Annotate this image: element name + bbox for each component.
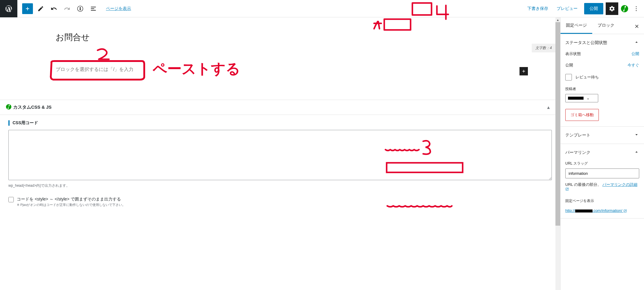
move-to-trash-button[interactable]: ゴミ箱へ移動 (565, 109, 599, 121)
preview-button[interactable]: プレビュー (552, 3, 582, 14)
slug-help-text: URL の最後の部分。 (565, 182, 602, 187)
external-link-icon (565, 187, 569, 192)
svg-point-4 (636, 8, 637, 9)
svg-point-5 (636, 10, 637, 11)
permalink-panel-title: パーマリンク (565, 150, 590, 155)
metabox-title: カスタムCSS & JS (13, 104, 51, 110)
pending-review-checkbox[interactable] (565, 74, 572, 81)
settings-sidebar: 固定ページ ブロック ステータスと公開状態 表示状態 公開 公開 (560, 17, 644, 290)
svg-point-2 (621, 5, 628, 12)
outline-button[interactable] (88, 3, 99, 14)
raw-output-checkbox[interactable] (8, 197, 14, 202)
publish-label: 公開 (565, 63, 573, 68)
css-help-text: wp_head(<head>内)で出力されます。 (8, 183, 552, 188)
pending-review-row[interactable]: レビュー待ち (565, 74, 639, 81)
status-panel-header[interactable]: ステータスと公開状態 (561, 34, 644, 51)
permalink-panel-body: URL スラッグ URL の最後の部分。 パーマリンクの詳細 固定ページを表示 … (561, 161, 644, 218)
author-select[interactable]: ⌄ (565, 94, 598, 102)
settings-button[interactable] (606, 2, 618, 15)
visibility-label: 表示状態 (565, 51, 581, 57)
publish-button[interactable]: 公開 (584, 3, 603, 14)
status-panel: ステータスと公開状態 表示状態 公開 公開 今すぐ レビュー待ち 投 (561, 34, 644, 127)
permalink-url[interactable]: http://.com/information/ (565, 208, 639, 213)
publish-value[interactable]: 今すぐ (628, 63, 639, 68)
raw-output-note: ※ Pjaxがオンの時はコードが正常に動作しないので使用しないで下さい。 (17, 203, 125, 207)
pending-review-label: レビュー待ち (575, 75, 599, 80)
view-page-label: 固定ページを表示 (565, 198, 639, 204)
author-label: 投稿者 (565, 86, 639, 92)
status-panel-body: 表示状態 公開 公開 今すぐ レビュー待ち 投稿者 ⌄ ゴミ箱へ移動 (561, 51, 644, 126)
chevron-up-icon (634, 149, 639, 156)
url-slug-label: URL スラッグ (565, 161, 639, 166)
raw-output-row: コードを <style> ～ </style> で囲まずそのまま出力する ※ P… (8, 197, 552, 207)
metabox-header[interactable]: カスタムCSS & JS ▲ (0, 100, 560, 115)
publish-row: 公開 今すぐ (565, 63, 639, 68)
chevron-down-icon (634, 132, 639, 138)
visibility-value[interactable]: 公開 (631, 51, 639, 57)
svg-rect-1 (80, 8, 80, 10)
tab-block[interactable]: ブロック (592, 17, 620, 34)
undo-button[interactable] (48, 3, 59, 14)
permalink-panel: パーマリンク URL スラッグ URL の最後の部分。 パーマリンクの詳細 固定… (561, 144, 644, 218)
svg-point-0 (80, 7, 80, 8)
status-panel-title: ステータスと公開状態 (565, 40, 607, 45)
jetpack-icon (6, 104, 11, 110)
css-code-label: CSS用コード (8, 120, 552, 126)
save-draft-button[interactable]: 下書き保存 (523, 3, 552, 14)
sidebar-tabs: 固定ページ ブロック (561, 17, 644, 34)
editor-column: 文字数：4 お問合せ ブロックを選択するには「/」を入力 カスタムCSS & J… (0, 17, 560, 290)
permalink-panel-header[interactable]: パーマリンク (561, 144, 644, 161)
editor-scrollbar[interactable]: ▲ (555, 17, 560, 290)
css-code-textarea[interactable] (8, 130, 552, 180)
svg-point-3 (636, 6, 637, 7)
slug-help-row: URL の最後の部分。 パーマリンクの詳細 (565, 182, 639, 192)
visibility-row: 表示状態 公開 (565, 51, 639, 57)
svg-point-6 (6, 104, 11, 110)
redo-button[interactable] (62, 3, 72, 14)
wordpress-logo[interactable] (0, 0, 17, 17)
permalink-docs-link[interactable]: パーマリンクの詳細 (602, 182, 637, 187)
add-block-inline-button[interactable] (520, 67, 528, 75)
metabox-collapse-icon[interactable]: ▲ (546, 105, 551, 110)
add-block-button[interactable] (22, 3, 33, 14)
raw-output-label: コードを <style> ～ </style> で囲まずそのまま出力する (17, 197, 125, 202)
author-name-redacted (568, 97, 584, 100)
chevron-up-icon (634, 40, 639, 46)
template-panel-header[interactable]: テンプレート (561, 127, 644, 144)
chevron-down-icon: ⌄ (587, 96, 590, 100)
template-panel-title: テンプレート (565, 133, 590, 138)
metabox-body: CSS用コード wp_head(<head>内)で出力されます。 コードを <s… (0, 115, 560, 212)
main-area: 文字数：4 お問合せ ブロックを選択するには「/」を入力 カスタムCSS & J… (0, 17, 644, 290)
page-title[interactable]: お問合せ (56, 32, 325, 43)
top-toolbar: ページを表示 下書き保存 プレビュー 公開 (0, 0, 644, 17)
editor-content: お問合せ ブロックを選択するには「/」を入力 (56, 17, 325, 76)
sidebar-close-button[interactable] (633, 22, 641, 31)
word-count-badge: 文字数：4 (532, 44, 555, 52)
info-button[interactable] (75, 3, 86, 14)
custom-css-js-metabox: カスタムCSS & JS ▲ CSS用コード wp_head(<head>内)で… (0, 100, 560, 212)
view-page-link[interactable]: ページを表示 (106, 6, 131, 11)
jetpack-button[interactable] (618, 2, 631, 15)
toolbar-right: 下書き保存 プレビュー 公開 (523, 2, 642, 15)
more-options-button[interactable] (631, 2, 642, 15)
block-placeholder{text-align:left;}placeholder-text: ブロックを選択するには「/」を入力 (56, 63, 325, 76)
toolbar-left: ページを表示 (17, 3, 131, 14)
template-panel: テンプレート (561, 127, 644, 144)
url-slug-input[interactable] (565, 168, 639, 178)
block-insert-area[interactable]: ブロックを選択するには「/」を入力 (56, 63, 325, 76)
edit-mode-button[interactable] (35, 3, 46, 14)
tab-page[interactable]: 固定ページ (561, 17, 592, 34)
